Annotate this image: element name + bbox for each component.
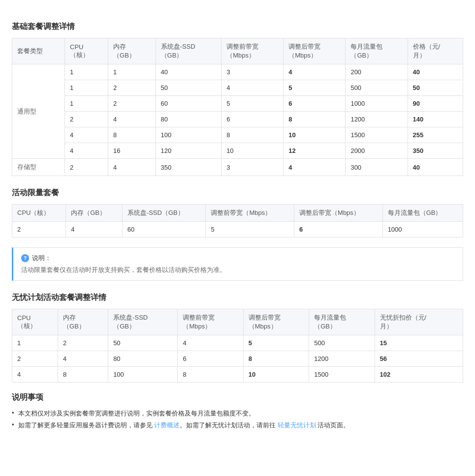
table-cell: 10 [222, 143, 284, 159]
table-cell: 12 [284, 143, 346, 159]
table-cell: 1 [12, 335, 58, 351]
table-cell: 500 [346, 80, 408, 96]
col-ssd: 系统盘-SSD（GB） [156, 38, 222, 64]
col-traffic: 每月流量包（GB） [382, 205, 463, 222]
table-cell: 1 [108, 64, 156, 80]
desc-item-2: 如需了解更多轻量应用服务器计费说明，请参见 计费概述。如需了解无忧计划活动，请前… [12, 419, 463, 431]
table-cell: 5 [222, 96, 284, 112]
wuyou-plan-table: CPU（核） 内存（GB） 系统盘-SSD（GB） 调整前带宽（Mbps） 调整… [12, 309, 463, 383]
table-cell: 120 [156, 143, 222, 159]
section1-title: 基础套餐调整详情 [12, 22, 463, 32]
section2-title: 活动限量套餐 [12, 188, 463, 198]
table-cell: 16 [108, 143, 156, 159]
table-cell: 2 [58, 335, 108, 351]
table-cell: 15 [375, 335, 463, 351]
table-cell: 1500 [309, 367, 375, 383]
table-cell: 4 [108, 159, 156, 176]
table-cell: 4 [58, 351, 108, 367]
table-cell: 6 [294, 222, 383, 238]
notice-title: ? 说明： [21, 254, 455, 263]
table-cell: 4 [12, 367, 58, 383]
table-cell: 4 [65, 127, 108, 143]
table-cell: 90 [408, 96, 463, 112]
table-cell: 2 [65, 159, 108, 176]
table-cell: 4 [222, 80, 284, 96]
col-mem: 内存（GB） [58, 309, 108, 335]
table-cell: 2 [12, 351, 58, 367]
col-traffic: 每月流量包（GB） [309, 309, 375, 335]
table-cell: 255 [408, 127, 463, 143]
basic-plan-table: 套餐类型 CPU（核） 内存（GB） 系统盘-SSD（GB） 调整前带宽（Mbp… [12, 38, 463, 176]
table-cell: 50 [108, 335, 178, 351]
col-traffic: 每月流量包（GB） [346, 38, 408, 64]
col-bw-before: 调整前带宽（Mbps） [178, 309, 243, 335]
table-cell: 1500 [346, 127, 408, 143]
col-bw-before: 调整前带宽（Mbps） [206, 205, 294, 222]
col-cpu: CPU（核） [65, 38, 108, 64]
notice-box: ? 说明： 活动限量套餐仅在活动时开放支持购买，套餐价格以活动购买价格为准。 [12, 247, 463, 281]
table-cell: 3 [222, 64, 284, 80]
table-cell: 56 [375, 351, 463, 367]
desc-section: 说明事项 本文档仅对涉及实例套餐带宽调整进行说明，实例套餐价格及每月流量包额度不… [12, 392, 463, 431]
table-cell: 8 [178, 367, 243, 383]
col-bw-after: 调整后带宽（Mbps） [294, 205, 383, 222]
col-mem: 内存（GB） [108, 38, 156, 64]
notice-title-text: 说明： [32, 254, 51, 263]
table-cell: 6 [284, 96, 346, 112]
desc-list: 本文档仅对涉及实例套餐带宽调整进行说明，实例套餐价格及每月流量包额度不变。 如需… [12, 408, 463, 431]
table-cell: 102 [375, 367, 463, 383]
table-cell: 300 [346, 159, 408, 176]
link-billing[interactable]: 计费概述 [154, 421, 180, 429]
table-cell: 80 [156, 112, 222, 127]
table-cell: 4 [65, 143, 108, 159]
desc-title: 说明事项 [12, 392, 463, 403]
col-discount-price: 无忧折扣价（元/月） [375, 309, 463, 335]
link-wuyou[interactable]: 轻量无忧计划 [278, 421, 316, 429]
table-cell: 2 [108, 96, 156, 112]
table-cell: 60 [122, 222, 206, 238]
col-bw-after: 调整后带宽（Mbps） [243, 309, 309, 335]
section3-title: 无忧计划活动套餐调整详情 [12, 293, 463, 303]
table-cell: 40 [408, 64, 463, 80]
row-type: 存储型 [12, 159, 65, 176]
table-cell: 200 [346, 64, 408, 80]
col-ssd: 系统盘-SSD（GB） [122, 205, 206, 222]
table-cell: 100 [156, 127, 222, 143]
table-cell: 2 [12, 222, 66, 238]
table-cell: 1 [65, 96, 108, 112]
table-cell: 5 [243, 335, 309, 351]
promo-plan-table: CPU（核） 内存（GB） 系统盘-SSD（GB） 调整前带宽（Mbps） 调整… [12, 204, 463, 238]
notice-icon: ? [21, 254, 29, 262]
table-cell: 8 [222, 127, 284, 143]
table-cell: 8 [108, 127, 156, 143]
notice-text: 活动限量套餐仅在活动时开放支持购买，套餐价格以活动购买价格为准。 [21, 266, 455, 274]
table-cell: 8 [58, 367, 108, 383]
table-cell: 4 [178, 335, 243, 351]
table-cell: 4 [284, 64, 346, 80]
table-cell: 4 [108, 112, 156, 127]
table-cell: 80 [108, 351, 178, 367]
row-type: 通用型 [12, 64, 65, 159]
desc-item-1-text: 本文档仅对涉及实例套餐带宽调整进行说明，实例套餐价格及每月流量包额度不变。 [18, 409, 255, 418]
table-cell: 5 [206, 222, 294, 238]
table-cell: 6 [222, 112, 284, 127]
table-cell: 350 [408, 143, 463, 159]
table-cell: 10 [284, 127, 346, 143]
col-cpu: CPU（核） [12, 205, 66, 222]
table-cell: 2 [108, 80, 156, 96]
table-cell: 2000 [346, 143, 408, 159]
desc-item-1: 本文档仅对涉及实例套餐带宽调整进行说明，实例套餐价格及每月流量包额度不变。 [12, 408, 463, 419]
table-cell: 350 [156, 159, 222, 176]
table-cell: 8 [284, 112, 346, 127]
table-cell: 5 [284, 80, 346, 96]
table-cell: 1200 [309, 351, 375, 367]
col-bw-before: 调整前带宽（Mbps） [222, 38, 284, 64]
col-price: 价格（元/月） [408, 38, 463, 64]
table-cell: 40 [156, 64, 222, 80]
table-cell: 6 [178, 351, 243, 367]
col-bw-after: 调整后带宽（Mbps） [284, 38, 346, 64]
table-cell: 4 [66, 222, 123, 238]
table-cell: 1200 [346, 112, 408, 127]
table-cell: 140 [408, 112, 463, 127]
table-cell: 1 [65, 80, 108, 96]
